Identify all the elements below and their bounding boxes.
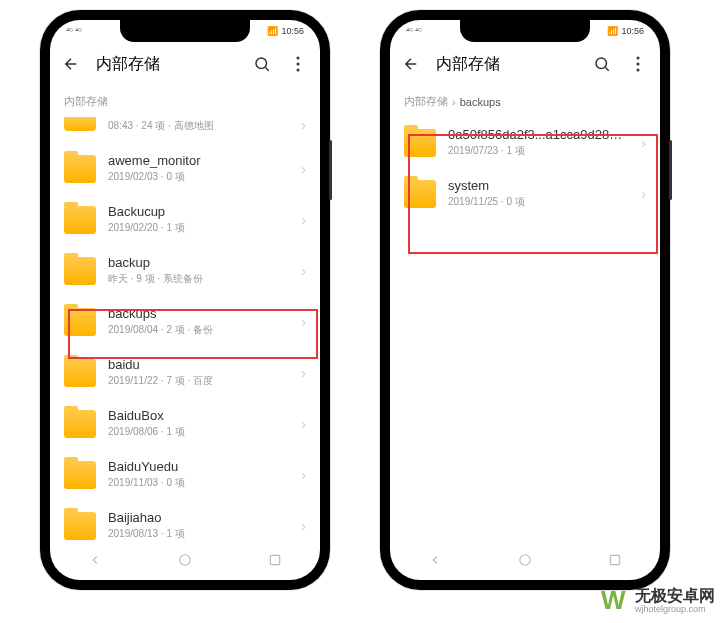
folder-icon — [64, 206, 96, 234]
wifi-icon: 📶 — [267, 26, 278, 36]
item-title: 0a50f856da2f3...a1cca9d2824d — [448, 127, 629, 142]
nav-home-button[interactable] — [176, 551, 194, 569]
list-item[interactable]: system 2019/11/25 · 0 项 › — [390, 168, 660, 219]
signal-indicator: ⁴ᴳ ⁴ᴳ — [406, 27, 422, 36]
nav-back-button[interactable] — [86, 551, 104, 569]
item-text: BaiduBox 2019/08/06 · 1 项 — [108, 408, 289, 439]
container: ⁴ᴳ ⁴ᴳ 📶 10:56 内部存储 — [0, 0, 727, 600]
back-button[interactable] — [62, 54, 82, 74]
folder-icon — [404, 129, 436, 157]
item-subtitle: 2019/02/20 · 1 项 — [108, 221, 289, 235]
svg-point-7 — [637, 57, 640, 60]
item-text: Baijiahao 2019/08/13 · 1 项 — [108, 510, 289, 541]
folder-icon — [64, 117, 96, 131]
file-list[interactable]: 08:43 · 24 项 · 高德地图 › aweme_monitor 2019… — [50, 117, 320, 567]
item-text: system 2019/11/25 · 0 项 — [448, 178, 629, 209]
folder-icon — [64, 359, 96, 387]
screen-left: ⁴ᴳ ⁴ᴳ 📶 10:56 内部存储 — [50, 20, 320, 580]
breadcrumb-separator: › — [452, 96, 456, 108]
header: 内部存储 — [390, 42, 660, 86]
svg-rect-11 — [610, 555, 619, 564]
search-button[interactable] — [252, 54, 272, 74]
navigation-bar — [390, 544, 660, 580]
folder-icon — [64, 461, 96, 489]
chevron-right-icon: › — [301, 212, 306, 228]
item-subtitle: 2019/07/23 · 1 项 — [448, 144, 629, 158]
list-item[interactable]: 0a50f856da2f3...a1cca9d2824d 2019/07/23 … — [390, 117, 660, 168]
list-item[interactable]: BaiduBox 2019/08/06 · 1 项 › — [50, 398, 320, 449]
header-actions — [252, 54, 308, 74]
list-item[interactable]: backup 昨天 · 9 项 · 系统备份 › — [50, 245, 320, 296]
item-subtitle: 2019/08/13 · 1 项 — [108, 527, 289, 541]
header: 内部存储 — [50, 42, 320, 86]
breadcrumb-item[interactable]: 内部存储 — [404, 94, 448, 109]
list-item[interactable]: baidu 2019/11/22 · 7 项 · 百度 › — [50, 347, 320, 398]
svg-point-1 — [297, 57, 300, 60]
chevron-right-icon: › — [301, 314, 306, 330]
svg-point-4 — [180, 555, 191, 566]
list-item[interactable]: BaiduYuedu 2019/11/03 · 0 项 › — [50, 449, 320, 500]
screen-right: ⁴ᴳ ⁴ᴳ 📶 10:56 内部存储 — [390, 20, 660, 580]
svg-point-6 — [596, 58, 607, 69]
svg-point-10 — [520, 555, 531, 566]
folder-icon — [64, 155, 96, 183]
item-title: system — [448, 178, 629, 193]
nav-recent-button[interactable] — [266, 551, 284, 569]
phone-left: ⁴ᴳ ⁴ᴳ 📶 10:56 内部存储 — [40, 10, 330, 590]
breadcrumb-item-active[interactable]: backups — [460, 96, 501, 108]
list-item-backups[interactable]: backups 2019/08/04 · 2 项 · 备份 › — [50, 296, 320, 347]
logo-text: 无极安卓网 wjhotelgroup.com — [635, 587, 715, 614]
item-text: backup 昨天 · 9 项 · 系统备份 — [108, 255, 289, 286]
chevron-right-icon: › — [301, 365, 306, 381]
list-item[interactable]: aweme_monitor 2019/02/03 · 0 项 › — [50, 143, 320, 194]
item-title: BaiduBox — [108, 408, 289, 423]
svg-point-3 — [297, 69, 300, 72]
breadcrumb-item[interactable]: 内部存储 — [64, 94, 108, 109]
logo-main-text: 无极安卓网 — [635, 587, 715, 605]
item-subtitle: 2019/08/04 · 2 项 · 备份 — [108, 323, 289, 337]
status-time: 10:56 — [621, 26, 644, 36]
back-button[interactable] — [402, 54, 422, 74]
nav-back-button[interactable] — [426, 551, 444, 569]
nav-home-button[interactable] — [516, 551, 534, 569]
item-title: aweme_monitor — [108, 153, 289, 168]
chevron-right-icon: › — [301, 416, 306, 432]
more-button[interactable] — [288, 54, 308, 74]
item-title: Backucup — [108, 204, 289, 219]
logo-sub-text: wjhotelgroup.com — [635, 605, 715, 615]
chevron-right-icon: › — [641, 135, 646, 151]
list-item[interactable]: Backucup 2019/02/20 · 1 项 › — [50, 194, 320, 245]
watermark-logo: W 无极安卓网 wjhotelgroup.com — [601, 587, 715, 615]
notch — [120, 20, 250, 42]
svg-rect-5 — [270, 555, 279, 564]
folder-icon — [404, 180, 436, 208]
item-text: BaiduYuedu 2019/11/03 · 0 项 — [108, 459, 289, 490]
item-subtitle: 2019/11/03 · 0 项 — [108, 476, 289, 490]
item-text: Backucup 2019/02/20 · 1 项 — [108, 204, 289, 235]
breadcrumb[interactable]: 内部存储 › backups — [390, 86, 660, 117]
nav-recent-button[interactable] — [606, 551, 624, 569]
chevron-right-icon: › — [301, 161, 306, 177]
svg-point-9 — [637, 69, 640, 72]
item-subtitle: 2019/11/25 · 0 项 — [448, 195, 629, 209]
item-title: Baijiahao — [108, 510, 289, 525]
folder-icon — [64, 410, 96, 438]
item-subtitle: 2019/11/22 · 7 项 · 百度 — [108, 374, 289, 388]
item-subtitle: 2019/08/06 · 1 项 — [108, 425, 289, 439]
item-text: 0a50f856da2f3...a1cca9d2824d 2019/07/23 … — [448, 127, 629, 158]
phone-right: ⁴ᴳ ⁴ᴳ 📶 10:56 内部存储 — [380, 10, 670, 590]
file-list[interactable]: 0a50f856da2f3...a1cca9d2824d 2019/07/23 … — [390, 117, 660, 567]
breadcrumb[interactable]: 内部存储 — [50, 86, 320, 117]
navigation-bar — [50, 544, 320, 580]
more-button[interactable] — [628, 54, 648, 74]
logo-icon: W — [601, 587, 629, 615]
side-button — [329, 140, 332, 200]
chevron-right-icon: › — [301, 117, 306, 133]
list-item[interactable]: 08:43 · 24 项 · 高德地图 › — [50, 117, 320, 143]
folder-icon — [64, 512, 96, 540]
item-title: backup — [108, 255, 289, 270]
notch — [460, 20, 590, 42]
folder-icon — [64, 308, 96, 336]
wifi-icon: 📶 — [607, 26, 618, 36]
search-button[interactable] — [592, 54, 612, 74]
